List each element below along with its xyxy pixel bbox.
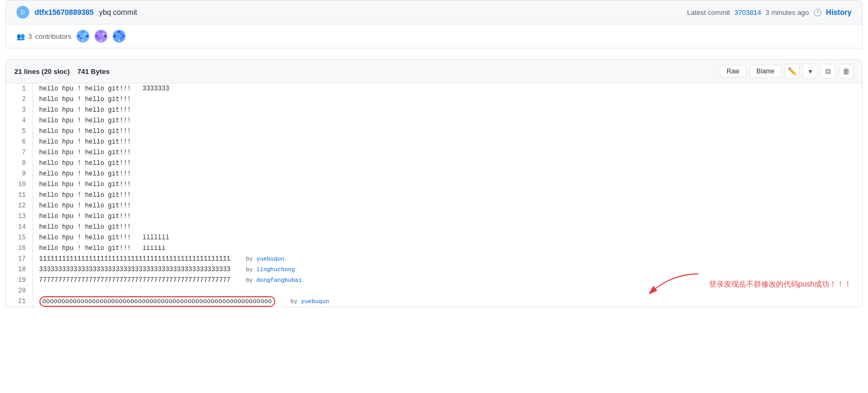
svg-rect-5 xyxy=(80,37,82,39)
svg-rect-3 xyxy=(78,35,80,37)
table-row: 15hello hpu ! hello git!!! lllllll xyxy=(6,232,862,243)
line-content: hello hpu ! hello git!!! xyxy=(32,211,862,222)
svg-rect-14 xyxy=(102,37,104,39)
svg-rect-18 xyxy=(120,33,122,35)
commit-right: Latest commit 3703814 3 minutes ago 🕐 Hi… xyxy=(687,8,852,16)
file-actions: Raw Blame ✏️ ▾ ⧉ 🗑 xyxy=(720,64,854,79)
line-content: hello hpu ! hello git!!! xyxy=(32,105,862,115)
table-row: 4hello hpu ! hello git!!! xyxy=(6,115,862,126)
svg-rect-9 xyxy=(98,33,100,35)
line-number: 4 xyxy=(6,115,32,126)
file-meta: 21 lines (20 sloc) 741 Bytes xyxy=(14,68,109,76)
line-number: 2 xyxy=(6,94,32,105)
by-user[interactable]: dongfangbubai xyxy=(256,277,302,283)
table-row: 6hello hpu ! hello git!!! xyxy=(6,137,862,147)
line-number: 1 xyxy=(6,83,32,94)
history-button[interactable]: History xyxy=(826,8,852,16)
contributors-bar: 👥 3 contributors xyxy=(5,24,863,48)
code-area: 1hello hpu ! hello git!!! 33333332hello … xyxy=(6,83,862,307)
highlighted-line: oooooooooooooooooooooooooooooooooooooooo… xyxy=(39,296,275,307)
copy-button[interactable]: ⧉ xyxy=(821,64,836,79)
svg-rect-10 xyxy=(102,33,104,35)
line-content: hello hpu ! hello git!!! xyxy=(32,158,862,169)
dropdown-button[interactable]: ▾ xyxy=(803,64,818,79)
table-row: 7hello hpu ! hello git!!! xyxy=(6,147,862,158)
edit-button[interactable]: ✏️ xyxy=(785,64,799,79)
line-number: 18 xyxy=(6,264,32,275)
by-user[interactable]: linghuchong xyxy=(256,266,295,273)
delete-button[interactable]: 🗑 xyxy=(839,64,854,79)
line-number: 6 xyxy=(6,137,32,147)
by-user[interactable]: yuebuqun xyxy=(256,256,284,262)
svg-rect-4 xyxy=(86,35,88,37)
table-row: 9hello hpu ! hello git!!! xyxy=(6,169,862,179)
annotation-arrow xyxy=(640,269,704,300)
line-number: 14 xyxy=(6,222,32,232)
line-number: 9 xyxy=(6,169,32,179)
svg-rect-13 xyxy=(98,37,100,39)
line-content: 1111111111111111111111111111111111111111… xyxy=(32,254,862,264)
blame-button[interactable]: Blame xyxy=(749,65,781,78)
svg-rect-2 xyxy=(84,33,86,35)
latest-commit-label: Latest commit xyxy=(687,9,730,16)
clock-icon: 🕐 xyxy=(813,9,822,16)
line-number: 12 xyxy=(6,200,32,211)
line-content: hello hpu ! hello git!!! xyxy=(32,190,862,200)
table-row: 1hello hpu ! hello git!!! 3333333 xyxy=(6,83,862,94)
line-number: 19 xyxy=(6,275,32,286)
line-number: 8 xyxy=(6,158,32,169)
line-number: 11 xyxy=(6,190,32,200)
line-content: hello hpu ! hello git!!! xyxy=(32,137,862,147)
table-row: 5hello hpu ! hello git!!! xyxy=(6,126,862,137)
table-row: 10hello hpu ! hello git!!! xyxy=(6,179,862,190)
commit-time: 3 minutes ago xyxy=(765,9,809,16)
annotation-container: 登录发现岳不群修改的代码push成功！！！ xyxy=(640,269,852,300)
svg-rect-0 xyxy=(82,31,84,33)
svg-rect-16 xyxy=(118,31,120,33)
svg-rect-20 xyxy=(122,35,124,37)
line-number: 3 xyxy=(6,105,32,115)
commit-header: D dtfx15670889385 ybq commit Latest comm… xyxy=(5,0,863,24)
annotation-text: 登录发现岳不群修改的代码push成功！！！ xyxy=(709,280,852,289)
line-content: hello hpu ! hello git!!! xyxy=(32,94,862,105)
contributor-avatar-2[interactable] xyxy=(95,30,107,43)
table-row: 3hello hpu ! hello git!!! xyxy=(6,105,862,115)
contributors-count: 3 xyxy=(28,32,32,40)
table-row: 16hello hpu ! hello git!!! iiiiii xyxy=(6,243,862,254)
contributor-avatar-1[interactable] xyxy=(77,30,89,43)
commit-username[interactable]: dtfx15670889385 xyxy=(35,8,94,16)
file-header: 21 lines (20 sloc) 741 Bytes Raw Blame ✏… xyxy=(6,60,862,83)
page-container: D dtfx15670889385 ybq commit Latest comm… xyxy=(0,0,868,393)
svg-rect-6 xyxy=(84,37,86,39)
svg-rect-22 xyxy=(120,37,122,39)
line-content: hello hpu ! hello git!!! xyxy=(32,126,862,137)
table-row: 11hello hpu ! hello git!!! xyxy=(6,190,862,200)
table-row: 1711111111111111111111111111111111111111… xyxy=(6,254,862,264)
line-number: 21 xyxy=(6,296,32,307)
line-number: 16 xyxy=(6,243,32,254)
commit-hash[interactable]: 3703814 xyxy=(734,9,761,16)
line-number: 17 xyxy=(6,254,32,264)
by-user[interactable]: yuebuqun xyxy=(301,298,329,305)
table-row: 8hello hpu ! hello git!!! xyxy=(6,158,862,169)
table-row: 12hello hpu ! hello git!!! xyxy=(6,200,862,211)
commit-left: D dtfx15670889385 ybq commit xyxy=(16,6,137,19)
contributors-text: contributors xyxy=(35,32,71,40)
contributor-avatar-3[interactable] xyxy=(113,30,125,43)
commit-message: ybq commit xyxy=(99,8,137,16)
line-number: 7 xyxy=(6,147,32,158)
line-content: hello hpu ! hello git!!! 3333333 xyxy=(32,83,862,94)
line-content: hello hpu ! hello git!!! xyxy=(32,147,862,158)
svg-rect-11 xyxy=(96,35,98,37)
svg-rect-23 xyxy=(118,39,120,41)
by-label: by xyxy=(290,298,301,305)
svg-rect-15 xyxy=(100,39,102,41)
contributors-icon: 👥 xyxy=(16,32,25,40)
line-number: 13 xyxy=(6,211,32,222)
by-label: by xyxy=(246,277,256,283)
svg-rect-8 xyxy=(100,31,102,33)
by-label: by xyxy=(246,256,256,262)
svg-rect-21 xyxy=(116,37,118,39)
raw-button[interactable]: Raw xyxy=(720,65,746,78)
line-content: hello hpu ! hello git!!! xyxy=(32,179,862,190)
